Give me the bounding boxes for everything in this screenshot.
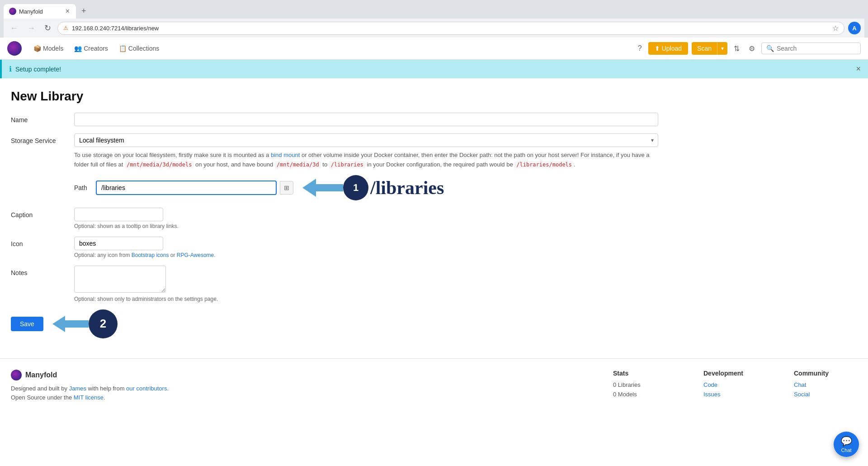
name-form-group: Name — [11, 113, 658, 126]
upload-button[interactable]: ⬆ Upload — [648, 42, 688, 55]
annotation-1-number: 1 — [353, 182, 359, 194]
models-label: Models — [43, 45, 63, 52]
footer-app-name: Manyfold — [25, 371, 57, 379]
chat-footer-link[interactable]: Chat — [794, 381, 857, 388]
code-link[interactable]: Code — [703, 381, 767, 388]
caption-label: Caption — [11, 208, 74, 219]
storage-select-wrapper: Local filesystem ▾ — [74, 133, 658, 147]
alert-banner: ℹ Setup complete! × — [0, 60, 868, 78]
upload-icon: ⬆ — [655, 45, 660, 52]
code-host-path: /mnt/media/3d/models — [125, 161, 194, 168]
footer-logo — [11, 370, 22, 380]
code-libraries-path: /libraries — [329, 161, 365, 168]
header-right: ? ⬆ Upload Scan ▾ ⇅ ⚙ 🔍 — [635, 42, 861, 56]
dev-title: Development — [703, 370, 767, 377]
libraries-stat: 0 Libraries — [613, 381, 676, 388]
tab-favicon — [9, 8, 16, 15]
bootstrap-icons-link[interactable]: Bootstrap icons — [132, 252, 169, 258]
back-button[interactable]: ← — [7, 22, 21, 35]
james-link[interactable]: James — [69, 385, 86, 392]
caption-form-group: Caption Optional: shown as a tooltip on … — [11, 208, 658, 229]
address-text: 192.168.0.240:7214/libraries/new — [72, 25, 829, 32]
footer-stats-section: Stats 0 Libraries 0 Models — [613, 370, 676, 403]
filter-button[interactable]: ⚙ — [746, 42, 758, 56]
icon-field-wrapper: Optional: any icon from Bootstrap icons … — [74, 237, 658, 258]
annotation-1-arrow — [302, 179, 343, 197]
storage-service-label: Storage Service — [11, 133, 74, 144]
name-input[interactable] — [74, 113, 658, 126]
tab-title: Manyfold — [19, 8, 62, 15]
storage-service-form-group: Storage Service Local filesystem ▾ To us… — [11, 133, 658, 200]
code-required-path: /libraries/models — [514, 161, 574, 168]
annotation-1-badge: 1 — [343, 175, 368, 200]
help-button[interactable]: ? — [635, 42, 645, 55]
svg-marker-0 — [302, 179, 343, 197]
active-tab[interactable]: Manyfold × — [4, 4, 76, 19]
forward-button[interactable]: → — [24, 22, 38, 35]
contributors-link[interactable]: our contributors — [126, 385, 167, 392]
caption-field-wrapper: Optional: shown as a tooltip on library … — [74, 208, 658, 229]
sort-button[interactable]: ⇅ — [731, 42, 742, 56]
path-browse-button[interactable]: ⊞ — [280, 181, 293, 195]
annotation-2-group: 2 — [52, 309, 118, 338]
community-title: Community — [794, 370, 857, 377]
models-icon: 📦 — [33, 45, 41, 52]
scan-button-group: Scan ▾ — [692, 42, 727, 55]
notes-field-wrapper: Optional: shown only to administrators o… — [74, 266, 658, 302]
icon-input[interactable] — [74, 237, 163, 250]
icon-hint: Optional: any icon from Bootstrap icons … — [74, 252, 658, 258]
svg-marker-1 — [52, 316, 89, 332]
search-input[interactable] — [777, 45, 856, 52]
app-header: 📦 Models 👥 Creators 📋 Collections ? ⬆ Up… — [0, 38, 868, 60]
path-label: Path — [74, 184, 92, 191]
social-link[interactable]: Social — [794, 391, 857, 398]
alert-icon: ℹ — [9, 65, 12, 73]
alert-close-button[interactable]: × — [856, 64, 861, 74]
storage-service-select[interactable]: Local filesystem — [74, 133, 658, 147]
creators-nav-link[interactable]: 👥 Creators — [70, 42, 113, 55]
annotation-1-label: /libraries — [370, 177, 444, 199]
scan-dropdown-button[interactable]: ▾ — [717, 42, 727, 55]
creators-icon: 👥 — [74, 45, 82, 52]
bookmark-button[interactable]: ☆ — [832, 24, 839, 33]
code-bound-path: /mnt/media/3d — [275, 161, 321, 168]
notes-label: Notes — [11, 266, 74, 276]
main-navigation: 📦 Models 👥 Creators 📋 Collections — [29, 42, 164, 55]
search-bar[interactable]: 🔍 — [761, 43, 861, 54]
annotation-2-arrow — [52, 316, 89, 332]
footer-brand: Manyfold Designed and built by James wit… — [11, 370, 586, 403]
security-icon: ⚠ — [63, 25, 68, 31]
profile-button[interactable]: A — [848, 22, 861, 34]
address-bar[interactable]: ⚠ 192.168.0.240:7214/libraries/new ☆ — [57, 22, 844, 35]
models-nav-link[interactable]: 📦 Models — [29, 42, 68, 55]
caption-input[interactable] — [74, 208, 163, 221]
tab-close-button[interactable]: × — [65, 7, 71, 16]
storage-description: To use storage on your local filesystem,… — [74, 151, 658, 170]
path-row: Path ⊞ 1 /libraries — [74, 175, 658, 200]
notes-hint: Optional: shown only to administrators o… — [74, 296, 658, 302]
bind-mount-link[interactable]: bind mount — [271, 152, 300, 158]
new-tab-button[interactable]: + — [77, 4, 91, 19]
save-button[interactable]: Save — [11, 317, 43, 331]
alert-message: Setup complete! — [15, 66, 61, 73]
scan-label: Scan — [697, 45, 712, 52]
rpg-awesome-link[interactable]: RPG-Awesome — [177, 252, 214, 258]
notes-textarea[interactable] — [74, 266, 166, 293]
path-input[interactable] — [96, 181, 277, 195]
browser-toolbar: ← → ↻ ⚠ 192.168.0.240:7214/libraries/new… — [4, 19, 864, 38]
license-link[interactable]: MIT license — [74, 394, 104, 401]
issues-link[interactable]: Issues — [703, 391, 767, 398]
icon-form-group: Icon Optional: any icon from Bootstrap i… — [11, 237, 658, 258]
footer-description: Designed and built by James with help fr… — [11, 384, 586, 403]
reload-button[interactable]: ↻ — [42, 21, 54, 35]
creators-label: Creators — [84, 45, 108, 52]
footer-community-section: Community Chat Social — [794, 370, 857, 403]
footer: Manyfold Designed and built by James wit… — [0, 358, 868, 414]
caption-hint: Optional: shown as a tooltip on library … — [74, 223, 658, 229]
collections-nav-link[interactable]: 📋 Collections — [114, 42, 164, 55]
save-area: Save 2 — [11, 309, 658, 338]
footer-logo-row: Manyfold — [11, 370, 586, 380]
scan-main-button[interactable]: Scan — [692, 42, 717, 55]
annotation-1-group: 1 /libraries — [302, 175, 444, 200]
footer-dev-section: Development Code Issues — [703, 370, 767, 403]
